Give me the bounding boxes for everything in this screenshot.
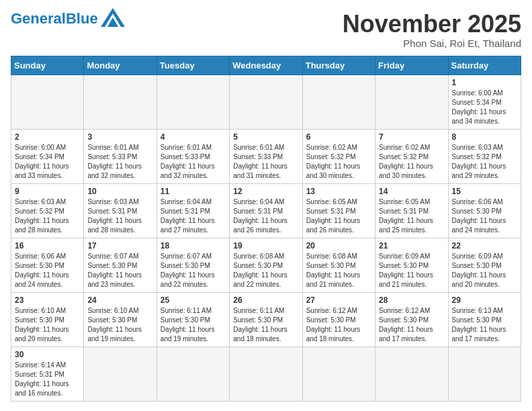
calendar-row: 1Sunrise: 6:00 AMSunset: 5:34 PMDaylight… [11,75,521,129]
calendar-cell: 23Sunrise: 6:10 AMSunset: 5:30 PMDayligh… [11,292,84,347]
day-number: 20 [306,241,371,250]
day-info: Sunrise: 6:06 AMSunset: 5:30 PMDaylight:… [15,252,80,289]
calendar-cell [375,75,448,129]
day-info: Sunrise: 6:04 AMSunset: 5:31 PMDaylight:… [233,197,298,235]
calendar-cell: 6Sunrise: 6:02 AMSunset: 5:32 PMDaylight… [302,129,375,183]
day-info: Sunrise: 6:03 AMSunset: 5:32 PMDaylight:… [452,143,517,181]
page-container: GeneralBlue November 2025 Phon Sai, Roi … [11,11,521,402]
calendar-cell [84,75,157,129]
day-info: Sunrise: 6:12 AMSunset: 5:30 PMDaylight:… [379,306,444,344]
calendar-cell: 22Sunrise: 6:09 AMSunset: 5:30 PMDayligh… [448,238,521,292]
day-number: 29 [452,295,517,305]
day-number: 4 [161,132,226,142]
day-number: 22 [452,241,517,250]
calendar-row: 30Sunrise: 6:14 AMSunset: 5:31 PMDayligh… [11,347,521,401]
logo-icon [101,8,125,27]
day-number: 16 [15,241,80,250]
day-number: 17 [87,241,152,250]
day-info: Sunrise: 6:11 AMSunset: 5:30 PMDaylight:… [161,306,226,344]
day-info: Sunrise: 6:11 AMSunset: 5:30 PMDaylight:… [233,306,298,344]
logo: GeneralBlue [11,11,125,27]
day-number: 2 [15,132,80,142]
day-number: 30 [15,350,80,359]
calendar-cell [157,75,229,129]
logo-blue: Blue [66,10,98,27]
month-title: November 2025 [343,11,521,38]
calendar-cell: 2Sunrise: 6:00 AMSunset: 5:34 PMDaylight… [11,129,84,183]
calendar-cell: 8Sunrise: 6:03 AMSunset: 5:32 PMDaylight… [448,129,521,183]
day-info: Sunrise: 6:02 AMSunset: 5:32 PMDaylight:… [306,143,371,181]
day-number: 23 [15,295,80,305]
day-number: 5 [233,132,298,142]
calendar-cell: 27Sunrise: 6:12 AMSunset: 5:30 PMDayligh… [302,292,375,347]
calendar-cell [302,347,375,401]
calendar-cell: 14Sunrise: 6:05 AMSunset: 5:31 PMDayligh… [375,183,448,238]
day-number: 21 [379,241,444,250]
day-number: 9 [15,187,80,196]
calendar-cell: 28Sunrise: 6:12 AMSunset: 5:30 PMDayligh… [375,292,448,347]
day-info: Sunrise: 6:05 AMSunset: 5:31 PMDaylight:… [306,197,371,235]
header: GeneralBlue November 2025 Phon Sai, Roi … [11,11,521,49]
day-number: 3 [87,132,152,142]
day-info: Sunrise: 6:08 AMSunset: 5:30 PMDaylight:… [306,252,371,289]
day-info: Sunrise: 6:01 AMSunset: 5:33 PMDaylight:… [233,143,298,181]
calendar-cell: 21Sunrise: 6:09 AMSunset: 5:30 PMDayligh… [375,238,448,292]
calendar-cell: 19Sunrise: 6:08 AMSunset: 5:30 PMDayligh… [230,238,302,292]
day-number: 28 [379,295,444,305]
header-saturday: Saturday [448,56,521,75]
calendar-cell: 20Sunrise: 6:08 AMSunset: 5:30 PMDayligh… [302,238,375,292]
calendar-cell: 17Sunrise: 6:07 AMSunset: 5:30 PMDayligh… [84,238,157,292]
day-number: 25 [161,295,226,305]
day-number: 18 [161,241,226,250]
calendar-cell [11,75,84,129]
logo-general: General [11,10,66,27]
day-number: 13 [306,187,371,196]
calendar-row: 2Sunrise: 6:00 AMSunset: 5:34 PMDaylight… [11,129,521,183]
calendar-cell [375,347,448,401]
calendar-cell [448,347,521,401]
day-info: Sunrise: 6:01 AMSunset: 5:33 PMDaylight:… [87,143,152,181]
day-info: Sunrise: 6:00 AMSunset: 5:34 PMDaylight:… [452,89,517,126]
title-area: November 2025 Phon Sai, Roi Et, Thailand [343,11,521,49]
day-info: Sunrise: 6:01 AMSunset: 5:33 PMDaylight:… [161,143,226,181]
day-info: Sunrise: 6:10 AMSunset: 5:30 PMDaylight:… [87,306,152,344]
calendar-cell: 11Sunrise: 6:04 AMSunset: 5:31 PMDayligh… [157,183,229,238]
day-number: 11 [161,187,226,196]
day-info: Sunrise: 6:12 AMSunset: 5:30 PMDaylight:… [306,306,371,344]
calendar-cell: 10Sunrise: 6:03 AMSunset: 5:31 PMDayligh… [84,183,157,238]
day-number: 24 [87,295,152,305]
calendar-cell: 30Sunrise: 6:14 AMSunset: 5:31 PMDayligh… [11,347,84,401]
day-info: Sunrise: 6:14 AMSunset: 5:31 PMDaylight:… [15,361,80,398]
day-info: Sunrise: 6:06 AMSunset: 5:30 PMDaylight:… [452,197,517,235]
calendar-table: Sunday Monday Tuesday Wednesday Thursday… [11,56,521,402]
day-info: Sunrise: 6:08 AMSunset: 5:30 PMDaylight:… [233,252,298,289]
day-number: 15 [452,187,517,196]
day-number: 8 [452,132,517,142]
calendar-cell: 16Sunrise: 6:06 AMSunset: 5:30 PMDayligh… [11,238,84,292]
calendar-cell: 18Sunrise: 6:07 AMSunset: 5:30 PMDayligh… [157,238,229,292]
day-info: Sunrise: 6:03 AMSunset: 5:32 PMDaylight:… [15,197,80,235]
day-info: Sunrise: 6:03 AMSunset: 5:31 PMDaylight:… [87,197,152,235]
day-number: 12 [233,187,298,196]
calendar-cell [302,75,375,129]
location-title: Phon Sai, Roi Et, Thailand [343,38,521,49]
calendar-cell: 12Sunrise: 6:04 AMSunset: 5:31 PMDayligh… [230,183,302,238]
day-info: Sunrise: 6:09 AMSunset: 5:30 PMDaylight:… [452,252,517,289]
calendar-row: 23Sunrise: 6:10 AMSunset: 5:30 PMDayligh… [11,292,521,347]
header-wednesday: Wednesday [230,56,302,75]
day-info: Sunrise: 6:05 AMSunset: 5:31 PMDaylight:… [379,197,444,235]
calendar-cell: 1Sunrise: 6:00 AMSunset: 5:34 PMDaylight… [448,75,521,129]
calendar-cell [84,347,157,401]
logo-text: GeneralBlue [11,11,98,26]
day-info: Sunrise: 6:00 AMSunset: 5:34 PMDaylight:… [15,143,80,181]
calendar-cell: 13Sunrise: 6:05 AMSunset: 5:31 PMDayligh… [302,183,375,238]
calendar-cell: 4Sunrise: 6:01 AMSunset: 5:33 PMDaylight… [157,129,229,183]
day-info: Sunrise: 6:07 AMSunset: 5:30 PMDaylight:… [87,252,152,289]
day-info: Sunrise: 6:04 AMSunset: 5:31 PMDaylight:… [161,197,226,235]
calendar-header-row: Sunday Monday Tuesday Wednesday Thursday… [11,56,521,75]
day-number: 26 [233,295,298,305]
header-tuesday: Tuesday [157,56,229,75]
day-number: 27 [306,295,371,305]
calendar-cell: 15Sunrise: 6:06 AMSunset: 5:30 PMDayligh… [448,183,521,238]
day-info: Sunrise: 6:09 AMSunset: 5:30 PMDaylight:… [379,252,444,289]
